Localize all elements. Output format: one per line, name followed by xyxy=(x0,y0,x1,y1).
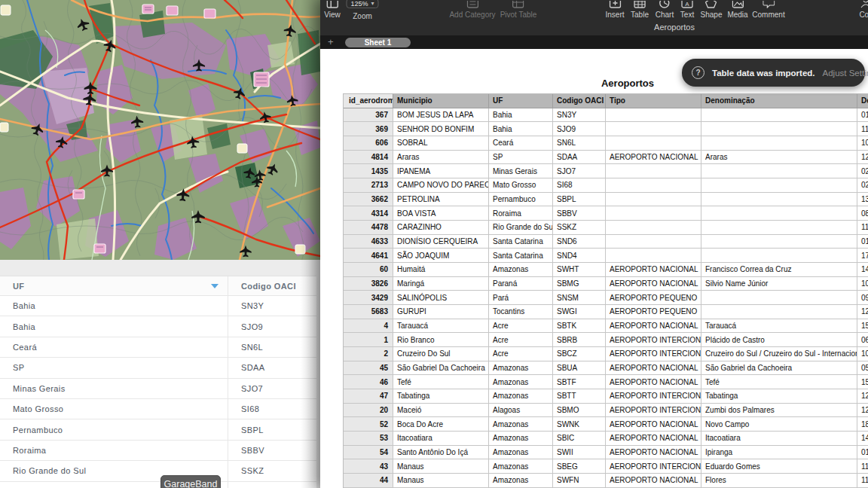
spreadsheet-cell[interactable]: Santo Antônio Do Içá xyxy=(393,446,489,460)
spreadsheet-cell[interactable]: 01 xyxy=(857,235,868,249)
spreadsheet-cell[interactable] xyxy=(701,291,857,305)
spreadsheet-cell[interactable]: Santa Catarina xyxy=(489,235,553,249)
spreadsheet-cell[interactable]: SBMG xyxy=(553,277,606,291)
view-button[interactable]: View xyxy=(324,0,341,19)
column-header[interactable]: Codigo OACI xyxy=(553,94,606,108)
spreadsheet-cell[interactable]: Amazonas xyxy=(489,459,553,474)
spreadsheet-cell[interactable]: Flores xyxy=(701,474,857,488)
spreadsheet-cell[interactable]: 17 xyxy=(857,249,868,263)
spreadsheet-cell[interactable]: Ipiranga xyxy=(701,446,857,460)
table-button[interactable]: Table xyxy=(631,0,649,19)
spreadsheet-cell[interactable]: 4478 xyxy=(344,221,393,235)
spreadsheet-cell[interactable]: Acre xyxy=(489,319,553,334)
table-row[interactable]: BahiaSN3Y xyxy=(0,296,316,316)
spreadsheet-cell[interactable] xyxy=(701,193,857,207)
spreadsheet-cell[interactable]: Rio Grande do Sul xyxy=(489,221,553,235)
adjust-settings-button[interactable]: Adjust Settings xyxy=(823,69,868,78)
spreadsheet-cell[interactable]: AEROPORTO NACIONAL xyxy=(606,432,701,446)
table-row[interactable]: Rio Grande do SulSSKZ xyxy=(0,461,316,481)
spreadsheet-cell[interactable]: 4314 xyxy=(344,206,393,221)
spreadsheet-cell[interactable]: Minas Gerais xyxy=(489,164,553,178)
spreadsheet-cell[interactable]: Araras xyxy=(393,151,489,165)
question-circle-icon[interactable]: ? xyxy=(692,66,704,79)
spreadsheet-cell[interactable] xyxy=(606,235,701,249)
spreadsheet-cell[interactable]: SNSM xyxy=(553,291,606,305)
spreadsheet-cell[interactable]: 4814 xyxy=(344,151,393,165)
spreadsheet-cell[interactable]: 13 xyxy=(857,193,868,207)
spreadsheet-cell[interactable]: Francisco Correa da Cruz xyxy=(701,263,857,277)
spreadsheet-cell[interactable]: Rio Branco xyxy=(393,333,489,347)
spreadsheet-cell[interactable]: 3662 xyxy=(344,193,393,207)
spreadsheet-cell[interactable]: 43 xyxy=(344,459,393,474)
spreadsheet-cell[interactable] xyxy=(701,305,857,319)
spreadsheet-cell[interactable]: SBCZ xyxy=(553,347,606,361)
spreadsheet-cell[interactable]: IPANEMA xyxy=(393,164,489,178)
spreadsheet-cell[interactable]: Amazonas xyxy=(489,375,553,389)
spreadsheet-cell[interactable]: 20 xyxy=(344,404,393,418)
spreadsheet-cell[interactable]: Paraná xyxy=(489,277,553,291)
spreadsheet-cell[interactable]: SWFN xyxy=(553,474,606,488)
spreadsheet-cell[interactable]: 11 xyxy=(857,474,868,488)
spreadsheet-cell[interactable] xyxy=(701,164,857,178)
spreadsheet-cell[interactable]: 5683 xyxy=(344,305,393,319)
spreadsheet-cell[interactable]: Novo Campo xyxy=(701,417,857,432)
spreadsheet-cell[interactable]: 06 xyxy=(857,333,868,347)
spreadsheet-cell[interactable]: Tefé xyxy=(393,375,489,389)
spreadsheet-cell[interactable]: AEROPORTO INTERCIONAL xyxy=(606,347,701,361)
spreadsheet-cell[interactable]: Amazonas xyxy=(489,432,553,446)
spreadsheet-cell[interactable]: Bahia xyxy=(489,122,553,136)
table-row[interactable]: SPSDAA xyxy=(0,358,316,378)
add-sheet-button[interactable]: + xyxy=(328,36,334,47)
spreadsheet-cell[interactable] xyxy=(701,221,857,235)
column-header[interactable]: De xyxy=(857,94,868,108)
spreadsheet-cell[interactable]: SJO9 xyxy=(553,122,606,136)
spreadsheet-cell[interactable]: AEROPORTO NACIONAL xyxy=(606,361,701,376)
spreadsheet-cell[interactable] xyxy=(606,193,701,207)
spreadsheet-cell[interactable]: SENHOR DO BONFIM xyxy=(393,122,489,136)
table-title[interactable]: Aeroportos xyxy=(601,78,654,89)
spreadsheet-cell[interactable]: AEROPORTO NACIONAL xyxy=(606,277,701,291)
spreadsheet-cell[interactable]: 606 xyxy=(344,136,393,151)
spreadsheet-cell[interactable]: SND6 xyxy=(553,235,606,249)
spreadsheet-cell[interactable]: PETROLINA xyxy=(393,193,489,207)
spreadsheet-cell[interactable]: AEROPORTO PEQUENO xyxy=(606,291,701,305)
spreadsheet-cell[interactable] xyxy=(701,108,857,123)
spreadsheet-cell[interactable]: Amazonas xyxy=(489,389,553,404)
column-header[interactable]: Tipo xyxy=(606,94,701,108)
zoom-control[interactable]: 125% ▾ Zoom xyxy=(346,0,378,20)
spreadsheet-cell[interactable]: 60 xyxy=(344,263,393,277)
column-header[interactable]: Denominação xyxy=(701,94,857,108)
spreadsheet-cell[interactable]: Amazonas xyxy=(489,446,553,460)
spreadsheet-cell[interactable] xyxy=(606,178,701,193)
table-row[interactable]: RoraimaSBBV xyxy=(0,441,316,461)
table-row[interactable]: CearáSN6L xyxy=(0,337,316,358)
spreadsheet-cell[interactable]: Araras xyxy=(701,151,857,165)
spreadsheet-cell[interactable] xyxy=(701,122,857,136)
spreadsheet-cell[interactable] xyxy=(606,136,701,151)
spreadsheet-cell[interactable] xyxy=(606,164,701,178)
spreadsheet-cell[interactable]: AEROPORTO NACIONAL xyxy=(606,319,701,334)
spreadsheet-cell[interactable] xyxy=(701,178,857,193)
spreadsheet-cell[interactable]: 10 xyxy=(857,277,868,291)
spreadsheet-cell[interactable]: Pará xyxy=(489,291,553,305)
spreadsheet-cell[interactable]: 1 xyxy=(344,333,393,347)
spreadsheet-cell[interactable]: 47 xyxy=(344,389,393,404)
spreadsheet-cell[interactable] xyxy=(606,108,701,123)
spreadsheet-cell[interactable]: 3429 xyxy=(344,291,393,305)
spreadsheet-cell[interactable] xyxy=(701,249,857,263)
spreadsheet-cell[interactable]: AEROPORTO INTERCIONAL xyxy=(606,404,701,418)
spreadsheet-cell[interactable]: AEROPORTO NACIONAL xyxy=(606,375,701,389)
spreadsheet-cell[interactable]: 10 xyxy=(857,136,868,151)
spreadsheet-cell[interactable]: 4 xyxy=(344,319,393,334)
spreadsheet-cell[interactable]: 54 xyxy=(344,446,393,460)
media-button[interactable]: Media xyxy=(727,0,747,19)
spreadsheet-cell[interactable] xyxy=(606,221,701,235)
spreadsheet-cell[interactable]: Manaus xyxy=(393,474,489,488)
spreadsheet-cell[interactable]: Zumbi dos Palmares xyxy=(701,404,857,418)
spreadsheet-cell[interactable]: 15 xyxy=(857,319,868,334)
spreadsheet-cell[interactable]: 01 xyxy=(857,446,868,460)
text-button[interactable]: A Text xyxy=(680,0,695,19)
spreadsheet-cell[interactable]: DIONÍSIO CERQUEIRA xyxy=(393,235,489,249)
spreadsheet-cell[interactable]: BOA VISTA xyxy=(393,206,489,221)
spreadsheet-cell[interactable]: 12 xyxy=(857,151,868,165)
